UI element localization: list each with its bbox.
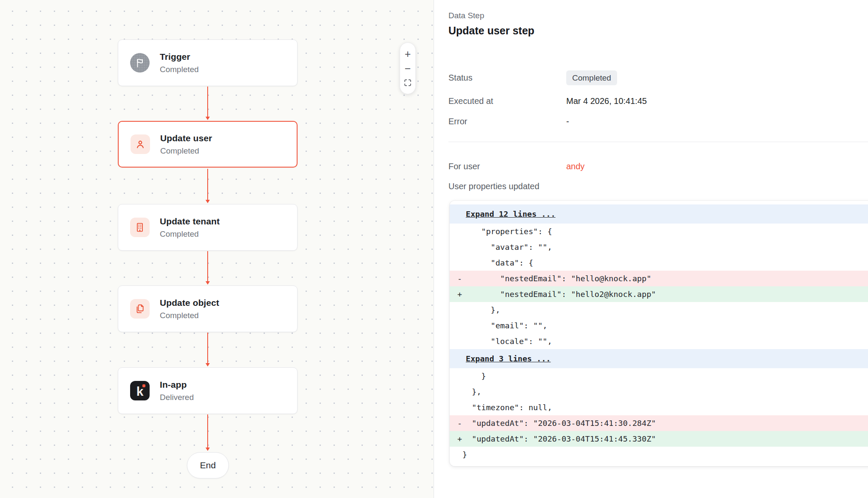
workflow-node-update-user[interactable]: Update user Completed bbox=[118, 121, 298, 168]
workflow-node-trigger[interactable]: Trigger Completed bbox=[118, 39, 298, 86]
diff-line-prefix: - bbox=[450, 419, 462, 428]
for-user-label: For user bbox=[448, 162, 566, 171]
diff-line-code: }, bbox=[462, 387, 481, 396]
node-title: Trigger bbox=[160, 52, 199, 62]
zoom-in-button[interactable]: + bbox=[401, 47, 415, 61]
node-title: Update tenant bbox=[160, 216, 220, 227]
executed-at-value: Mar 4 2026, 10:41:45 bbox=[566, 96, 647, 106]
node-title: Update user bbox=[160, 133, 212, 143]
connector-arrow bbox=[207, 251, 208, 282]
fit-screen-button[interactable] bbox=[401, 76, 415, 90]
diff-line-code: "data": { bbox=[462, 258, 533, 267]
page-title: Update user step bbox=[448, 25, 534, 37]
diff-line-code: "updatedAt": "2026-03-04T15:41:30.284Z" bbox=[462, 419, 656, 428]
diff-block: Expand 12 lines ... "properties": { "ava… bbox=[450, 201, 868, 466]
diff-code-row: "properties": { bbox=[450, 224, 868, 239]
connector-arrow bbox=[207, 333, 208, 364]
node-status: Completed bbox=[160, 311, 219, 320]
zoom-out-button[interactable]: − bbox=[401, 62, 415, 75]
knock-logo-icon: k bbox=[130, 381, 150, 400]
copy-icon bbox=[130, 299, 150, 319]
diff-code-row: } bbox=[450, 447, 868, 462]
diff-line-code: }, bbox=[462, 305, 500, 314]
section-divider bbox=[448, 142, 868, 142]
diff-line-code: "locale": "", bbox=[462, 337, 552, 346]
for-user-link[interactable]: andy bbox=[566, 162, 584, 171]
diff-expand-row: Expand 3 lines ... bbox=[450, 349, 868, 368]
properties-updated-label: User properties updated bbox=[448, 182, 540, 191]
node-status: Delivered bbox=[160, 393, 194, 402]
diff-line-code: } bbox=[462, 372, 486, 380]
diff-code-row: }, bbox=[450, 384, 868, 400]
step-detail-panel: Data Step Update user step Status Comple… bbox=[434, 0, 868, 498]
diff-code-row: }, bbox=[450, 302, 868, 318]
diff-code-row: "data": { bbox=[450, 255, 868, 271]
knock-logo-dot bbox=[142, 384, 145, 387]
connector-arrow bbox=[207, 414, 208, 448]
diff-code-row: "email": "", bbox=[450, 318, 868, 333]
node-title: Update object bbox=[160, 298, 219, 308]
status-badge: Completed bbox=[566, 70, 617, 85]
diff-line-code: "email": "", bbox=[462, 321, 547, 330]
diff-code-row: - "nestedEmail": "hello@knock.app" bbox=[450, 271, 868, 286]
meta-row-executed-at: Executed at Mar 4 2026, 10:41:45 bbox=[448, 92, 855, 109]
expand-lines-link[interactable]: Expand 12 lines ... bbox=[466, 210, 556, 218]
fit-screen-icon bbox=[403, 78, 412, 87]
end-label: End bbox=[200, 460, 216, 470]
building-icon bbox=[130, 218, 150, 237]
diff-expand-row: Expand 12 lines ... bbox=[450, 204, 868, 224]
meta-row-error: Error - bbox=[448, 113, 855, 130]
meta-row-status: Status Completed bbox=[448, 68, 855, 87]
flag-icon bbox=[130, 53, 150, 73]
workflow-node-update-object[interactable]: Update object Completed bbox=[118, 285, 298, 332]
connector-arrow bbox=[207, 169, 208, 200]
meta-row-for-user: For user andy bbox=[448, 158, 855, 175]
connector-arrow bbox=[207, 87, 208, 117]
diff-line-code: "nestedEmail": "hello@knock.app" bbox=[462, 274, 651, 283]
error-label: Error bbox=[448, 117, 566, 126]
workflow-canvas[interactable]: Trigger Completed Update user Completed bbox=[0, 0, 434, 498]
workflow-node-end[interactable]: End bbox=[187, 452, 229, 478]
node-status: Completed bbox=[160, 65, 199, 74]
diff-line-code: "avatar": "", bbox=[462, 243, 552, 252]
node-status: Completed bbox=[160, 146, 212, 156]
diff-line-code: "timezone": null, bbox=[462, 403, 552, 412]
diff-line-prefix: + bbox=[450, 434, 462, 443]
diff-line-prefix: - bbox=[450, 274, 462, 283]
diff-line-code: "properties": { bbox=[462, 227, 552, 236]
diff-line-code: "nestedEmail": "hello2@knock.app" bbox=[462, 290, 656, 299]
user-icon bbox=[131, 134, 150, 154]
status-label: Status bbox=[448, 73, 566, 83]
diff-line-code: } bbox=[462, 450, 467, 459]
diff-line-code: "updatedAt": "2026-03-04T15:41:45.330Z" bbox=[462, 434, 656, 443]
diff-code-row: "locale": "", bbox=[450, 333, 868, 349]
diff-code-row: - "updatedAt": "2026-03-04T15:41:30.284Z… bbox=[450, 415, 868, 431]
canvas-zoom-toolbar: + − bbox=[400, 42, 416, 94]
node-status: Completed bbox=[160, 229, 220, 239]
diff-code-row: } bbox=[450, 368, 868, 384]
diff-code-row: + "updatedAt": "2026-03-04T15:41:45.330Z… bbox=[450, 431, 868, 447]
workflow-node-in-app[interactable]: k In-app Delivered bbox=[118, 367, 298, 414]
diff-code-row: "avatar": "", bbox=[450, 239, 868, 255]
expand-lines-link[interactable]: Expand 3 lines ... bbox=[466, 354, 551, 363]
workflow-node-update-tenant[interactable]: Update tenant Completed bbox=[118, 204, 298, 251]
error-value: - bbox=[566, 117, 569, 126]
node-title: In-app bbox=[160, 380, 194, 390]
diff-line-prefix: + bbox=[450, 290, 462, 299]
diff-code-row: + "nestedEmail": "hello2@knock.app" bbox=[450, 286, 868, 302]
diff-code-row: "timezone": null, bbox=[450, 400, 868, 415]
panel-kicker: Data Step bbox=[448, 11, 484, 20]
executed-at-label: Executed at bbox=[448, 96, 566, 106]
